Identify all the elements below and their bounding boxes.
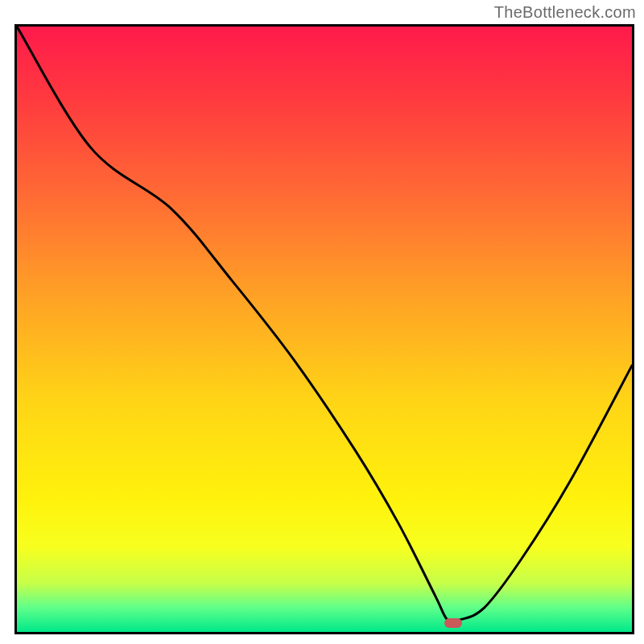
plot-area	[14, 24, 634, 634]
watermark-text: TheBottleneck.com	[494, 3, 636, 22]
chart-curve	[17, 27, 632, 632]
optimum-marker	[444, 618, 462, 628]
chart-frame: TheBottleneck.com	[0, 0, 644, 644]
